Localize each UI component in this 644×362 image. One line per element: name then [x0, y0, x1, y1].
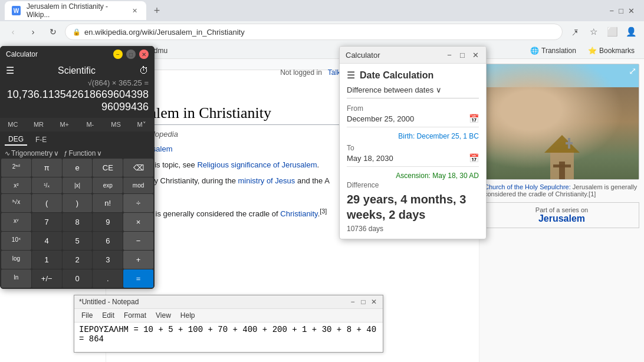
calc-ms-button[interactable]: MS	[103, 119, 129, 130]
calc-2nd-button[interactable]: 2ⁿᵈ	[1, 159, 31, 177]
notepad-edit-menu[interactable]: Edit	[98, 310, 118, 321]
bookmark-bookmarks[interactable]: ⭐ Bookmarks	[583, 45, 639, 56]
split-view-icon[interactable]: ⬜	[604, 24, 620, 40]
notepad-view-menu[interactable]: View	[152, 310, 175, 321]
func-icon: ƒ	[64, 150, 67, 157]
window-close[interactable]: ✕	[628, 6, 635, 15]
window-minimize[interactable]: −	[610, 6, 615, 15]
calc-1-button[interactable]: 1	[32, 251, 62, 269]
calc-abs-button[interactable]: |x|	[63, 177, 93, 193]
calc-log-button[interactable]: log	[1, 251, 31, 269]
toolbar-icons: ⭷ ☆ ⬜ 👤	[566, 24, 639, 40]
calc-deg-button[interactable]: DEG	[5, 134, 27, 146]
tab-close-button[interactable]: ✕	[130, 6, 139, 15]
url-box[interactable]: 🔒 en.wikipedia.org/wiki/Jerusalem_in_Chr…	[65, 24, 563, 40]
date-dropdown-chevron-icon: ∨	[436, 85, 442, 94]
calc-mrecall-button[interactable]: M˅	[129, 119, 155, 130]
date-minimize-button[interactable]: −	[445, 50, 454, 60]
refresh-button[interactable]: ↻	[45, 24, 61, 40]
calc-mc-button[interactable]: MC	[0, 119, 26, 130]
calc-4-button[interactable]: 4	[32, 232, 62, 250]
notepad-close-button[interactable]: ✕	[370, 298, 378, 306]
calc-add-button[interactable]: +	[123, 251, 153, 269]
forward-button[interactable]: ›	[25, 24, 41, 40]
notepad-maximize-button[interactable]: □	[359, 298, 367, 306]
calc-trig-dropdown[interactable]: ∿ Trigonometry ∨	[5, 149, 59, 157]
new-tab-button[interactable]: +	[149, 2, 165, 19]
calc-pi-button[interactable]: π	[32, 159, 62, 177]
date-hamburger-icon[interactable]: ☰	[347, 70, 355, 81]
date-close-button[interactable]: ✕	[471, 50, 480, 60]
notepad-minimize-button[interactable]: −	[349, 298, 357, 306]
date-calc-title: Calculator	[346, 51, 380, 60]
calc-mr-button[interactable]: MR	[26, 119, 52, 130]
calc-rparen-button[interactable]: )	[63, 194, 93, 212]
calc-window-controls: − □ ✕	[113, 50, 149, 59]
calc-xsq-button[interactable]: x²	[1, 177, 31, 193]
date-from-calendar-icon[interactable]: 📅	[469, 114, 479, 123]
calc-func-dropdown[interactable]: ƒ Function ∨	[64, 149, 102, 157]
calc-ln-button[interactable]: ln	[1, 269, 31, 288]
active-tab[interactable]: W Jerusalem in Christianity - Wikip... ✕	[5, 1, 146, 20]
calc-div-button[interactable]: ÷	[123, 194, 153, 212]
window-restore[interactable]: □	[619, 6, 623, 15]
calc-lparen-button[interactable]: (	[32, 194, 62, 212]
calc-mul-button[interactable]: ×	[123, 213, 153, 231]
church-link[interactable]: Church of the Holy Sepulchre:	[484, 183, 571, 190]
calc-mminus-button[interactable]: M-	[77, 119, 103, 130]
date-birth-highlight: Birth: December 25, 1 BC	[347, 132, 479, 140]
bookmark-translation[interactable]: 🌐 Translation	[525, 45, 581, 56]
calc-0-button[interactable]: 0	[63, 269, 93, 288]
ministry-link[interactable]: ministry of Jesus	[238, 176, 295, 185]
calc-history-icon[interactable]: ⏱	[139, 65, 149, 76]
calc-recip-button[interactable]: ¹/ₓ	[32, 177, 62, 193]
calc-2-button[interactable]: 2	[63, 251, 93, 269]
notepad-help-menu[interactable]: Help	[177, 310, 199, 321]
trig-chevron-icon: ∨	[54, 149, 59, 157]
calc-3-button[interactable]: 3	[93, 251, 123, 269]
calc-sub-button[interactable]: −	[123, 232, 153, 250]
image-fullscreen-icon[interactable]: ⤢	[629, 65, 636, 77]
calc-cbrt-button[interactable]: ³√x	[1, 194, 31, 212]
date-ascension-highlight: Ascension: May 18, 30 AD	[347, 172, 479, 180]
calc-equals-button[interactable]: =	[123, 269, 153, 288]
date-dropdown[interactable]: Difference between dates ∨	[347, 85, 479, 98]
notepad-file-menu[interactable]: File	[78, 310, 96, 321]
wikipedia-favicon: W	[12, 6, 21, 15]
calc-7-button[interactable]: 7	[32, 213, 62, 231]
notepad-format-menu[interactable]: Format	[120, 310, 150, 321]
calc-exp-button[interactable]: exp	[93, 177, 123, 193]
calc-ce-button[interactable]: CE	[93, 159, 123, 177]
calc-mplus-button[interactable]: M+	[51, 119, 77, 130]
calc-plusminus-button[interactable]: +/−	[32, 269, 62, 288]
notepad-title-text: *Untitled - Notepad	[79, 298, 139, 306]
significance-link[interactable]: Religious significance of Jerusalem	[197, 160, 317, 169]
calc-pow-button[interactable]: xʸ	[1, 213, 31, 231]
calc-e-button[interactable]: e	[63, 159, 93, 177]
christianity-link[interactable]: Christianity	[280, 210, 317, 219]
calc-8-button[interactable]: 8	[63, 213, 93, 231]
series-part-text: Part of a series on	[488, 206, 635, 213]
calc-decimal-button[interactable]: .	[93, 269, 123, 288]
translation-icon: 🌐	[530, 47, 539, 55]
calc-fe-button[interactable]: F-E	[32, 134, 50, 145]
date-to-calendar-icon[interactable]: 📅	[469, 153, 479, 163]
calc-hamburger-icon[interactable]: ☰	[6, 65, 14, 76]
calc-factorial-button[interactable]: n!	[93, 194, 123, 212]
calc-mod-button[interactable]: mod	[123, 177, 153, 193]
calc-maximize-button[interactable]: □	[126, 50, 136, 59]
bookmark-icon[interactable]: ☆	[585, 24, 602, 40]
profile-icon[interactable]: 👤	[623, 24, 639, 40]
date-maximize-button[interactable]: □	[458, 50, 467, 60]
calc-6-button[interactable]: 6	[93, 232, 123, 250]
calc-minimize-button[interactable]: −	[113, 50, 123, 59]
calc-backspace-button[interactable]: ⌫	[123, 159, 153, 177]
calc-5-button[interactable]: 5	[63, 232, 93, 250]
extensions-icon[interactable]: ⭷	[566, 24, 583, 40]
calc-9-button[interactable]: 9	[93, 213, 123, 231]
calc-10x-button[interactable]: 10ˣ	[1, 232, 31, 250]
notepad-content[interactable]: ΙΕΡΟΥΣΑΛΗΜ = 10 + 5 + 100 + 70 + 400 + 2…	[74, 322, 383, 352]
back-button[interactable]: ‹	[5, 24, 21, 40]
calc-close-button[interactable]: ✕	[139, 50, 149, 59]
talk-inline[interactable]: Talk	[328, 68, 340, 77]
